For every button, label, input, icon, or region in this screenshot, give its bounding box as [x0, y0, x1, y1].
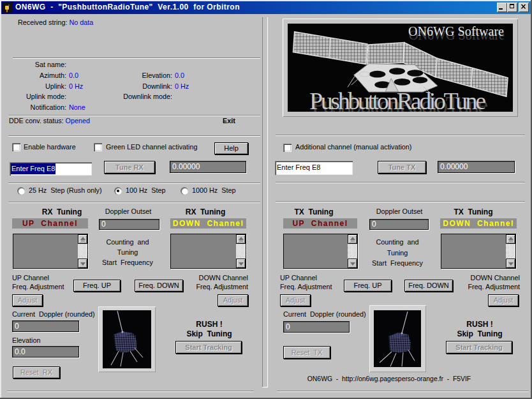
svg-text:ON6WG Software: ON6WG Software	[408, 24, 504, 38]
svg-text:PushbuttonRadioTune: PushbuttonRadioTune	[309, 87, 486, 112]
